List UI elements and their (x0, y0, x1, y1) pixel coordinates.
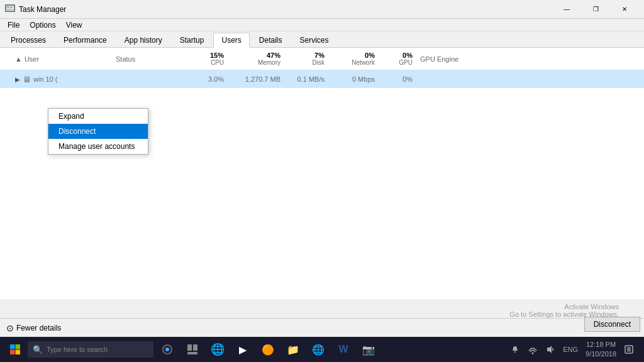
col-cpu-header[interactable]: 15% CPU (179, 52, 229, 66)
user-row[interactable]: ▶ 🖥 win 10 ( 3.0% 1,270.7 MB 0.1 MB/s 0 … (0, 70, 644, 88)
svg-rect-3 (7, 9, 13, 10)
window-controls: — ❐ ✕ (552, 0, 639, 19)
tray-network[interactable] (525, 337, 540, 362)
tray-language[interactable]: ENG (560, 337, 580, 362)
gpu-cell: 0% (380, 75, 418, 83)
taskbar-icons: 🌐 ▶ 🟠 📁 🌐 W 📷 (153, 337, 382, 362)
app-icon (5, 4, 15, 14)
svg-rect-11 (193, 344, 197, 351)
clock-display: 12:18 PM 9/10/2018 (586, 340, 616, 359)
svg-rect-2 (10, 6, 13, 8)
network-icon (528, 344, 538, 354)
cortana-icon (162, 344, 173, 355)
title-text: Task Manager (19, 5, 66, 14)
fewer-details-icon: ⊙ (6, 323, 14, 333)
taskbar-vlc[interactable]: ▶ (231, 337, 254, 362)
search-icon: 🔍 (33, 345, 43, 354)
tray-clock[interactable]: 12:18 PM 9/10/2018 (583, 337, 619, 362)
menu-view[interactable]: View (61, 19, 87, 31)
close-button[interactable]: ✕ (610, 0, 639, 19)
taskbar-word[interactable]: W (332, 337, 355, 362)
ctx-expand[interactable]: Expand (48, 109, 148, 124)
tray-volume[interactable] (543, 337, 558, 362)
svg-marker-15 (547, 346, 552, 353)
svg-rect-4 (10, 344, 15, 349)
menu-options[interactable]: Options (25, 19, 60, 31)
action-center-icon (624, 344, 634, 354)
tab-details[interactable]: Details (251, 33, 291, 47)
tray-action-center[interactable] (621, 337, 636, 362)
username: win 10 ( (33, 75, 58, 83)
user-cell: ▶ 🖥 win 10 ( (3, 75, 116, 84)
col-user-header[interactable]: ▲ User (3, 55, 116, 63)
notifications-icon (510, 344, 520, 354)
search-placeholder: Type here to search (47, 346, 108, 353)
taskbar-explorer[interactable]: 📁 (282, 337, 304, 362)
bottombar: ⊙ Fewer details (0, 318, 644, 337)
tab-performance[interactable]: Performance (55, 33, 115, 47)
taskbar: 🔍 Type here to search 🌐 ▶ 🟠 📁 🌐 W 📷 (0, 337, 644, 362)
user-icon: 🖥 (23, 75, 31, 84)
taskbar-task-view[interactable] (181, 337, 204, 362)
task-view-icon (187, 344, 198, 355)
start-button[interactable] (3, 337, 28, 362)
tab-services[interactable]: Services (292, 33, 337, 47)
svg-point-9 (165, 348, 169, 351)
tab-app-history[interactable]: App history (116, 33, 170, 47)
context-menu: Expand Disconnect Manage user accounts (48, 108, 148, 155)
svg-rect-5 (16, 344, 21, 349)
col-status-header[interactable]: Status (116, 55, 179, 63)
titlebar: Task Manager — ❐ ✕ (0, 0, 644, 19)
col-disk-header[interactable]: 7% Disk (286, 52, 330, 66)
expand-icon[interactable]: ▶ (15, 76, 20, 83)
tab-startup[interactable]: Startup (172, 33, 213, 47)
main-content: ▲ User Status 15% CPU 47% Memory 7% Disk… (0, 48, 644, 299)
col-gpu-header[interactable]: 0% GPU (380, 52, 418, 66)
search-bar[interactable]: 🔍 Type here to search (28, 341, 153, 358)
menu-file[interactable]: File (3, 19, 25, 31)
sort-arrow: ▲ (15, 55, 22, 63)
svg-point-14 (532, 353, 534, 354)
svg-rect-6 (10, 350, 15, 355)
taskbar-chrome[interactable]: 🌐 (307, 337, 330, 362)
disk-cell: 0.1 MB/s (286, 75, 330, 83)
menubar: File Options View (0, 19, 644, 31)
svg-rect-7 (16, 350, 21, 355)
col-gpu-engine-header[interactable]: GPU Engine (418, 55, 480, 63)
cpu-cell: 3.0% (179, 75, 229, 83)
ctx-disconnect[interactable]: Disconnect (48, 124, 148, 139)
col-network-header[interactable]: 0% Network (330, 52, 380, 66)
col-memory-header[interactable]: 47% Memory (229, 52, 286, 66)
minimize-button[interactable]: — (552, 0, 581, 19)
restore-button[interactable]: ❐ (581, 0, 610, 19)
volume-icon (545, 344, 555, 354)
ctx-manage-accounts[interactable]: Manage user accounts (48, 139, 148, 154)
taskbar-cortana[interactable] (156, 337, 179, 362)
system-tray: ENG 12:18 PM 9/10/2018 (502, 337, 641, 362)
tab-processes[interactable]: Processes (3, 33, 54, 47)
tray-notifications[interactable] (508, 337, 523, 362)
windows-icon (9, 344, 21, 355)
tab-users[interactable]: Users (213, 33, 249, 48)
taskbar-camera[interactable]: 📷 (357, 337, 380, 362)
column-headers: ▲ User Status 15% CPU 47% Memory 7% Disk… (0, 48, 644, 70)
disconnect-button[interactable]: Disconnect (584, 317, 640, 332)
taskbar-edge[interactable]: 🌐 (206, 337, 229, 362)
svg-rect-12 (187, 352, 197, 354)
memory-cell: 1,270.7 MB (229, 75, 286, 83)
tabbar: Processes Performance App history Startu… (0, 31, 644, 48)
network-cell: 0 Mbps (330, 75, 380, 83)
svg-rect-1 (7, 6, 9, 8)
svg-rect-10 (187, 344, 192, 351)
fewer-details-button[interactable]: ⊙ Fewer details (6, 323, 61, 333)
activate-windows: Activate Windows Go to Settings to activ… (509, 303, 619, 318)
taskbar-app-orange[interactable]: 🟠 (257, 337, 279, 362)
